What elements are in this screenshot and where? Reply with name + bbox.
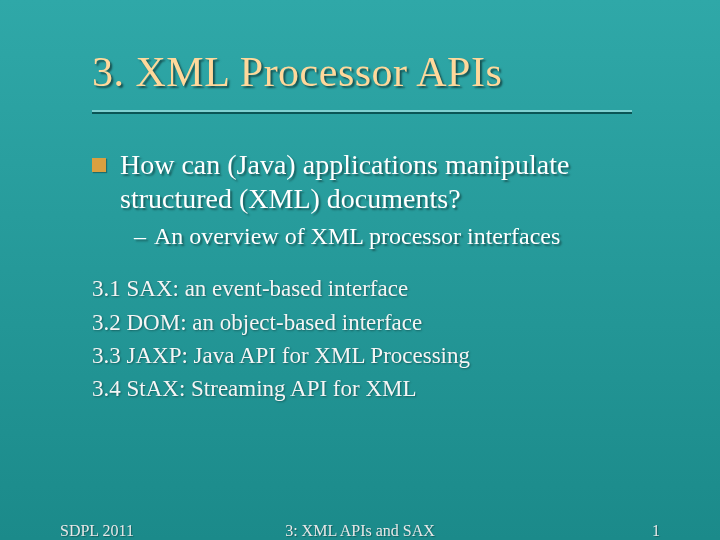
- list-item: 3.1 SAX: an event-based interface: [92, 272, 660, 305]
- bullet-main: How can (Java) applications manipulate s…: [92, 148, 660, 215]
- title-divider: [92, 110, 632, 114]
- main-text: How can (Java) applications manipulate s…: [120, 148, 660, 215]
- sub-text: An overview of XML processor interfaces: [154, 223, 560, 250]
- bullet-square-icon: [92, 158, 106, 172]
- list-item: 3.3 JAXP: Java API for XML Processing: [92, 339, 660, 372]
- slide-title: 3. XML Processor APIs: [92, 48, 502, 96]
- list-item: 3.2 DOM: an object-based interface: [92, 306, 660, 339]
- dash-icon: –: [134, 223, 146, 250]
- slide: 3. XML Processor APIs How can (Java) app…: [0, 0, 720, 540]
- footer-center: 3: XML APIs and SAX: [0, 522, 720, 540]
- sub-bullet: – An overview of XML processor interface…: [134, 223, 660, 250]
- list-item: 3.4 StAX: Streaming API for XML: [92, 372, 660, 405]
- footer-page-number: 1: [652, 522, 660, 540]
- slide-content: How can (Java) applications manipulate s…: [92, 148, 660, 406]
